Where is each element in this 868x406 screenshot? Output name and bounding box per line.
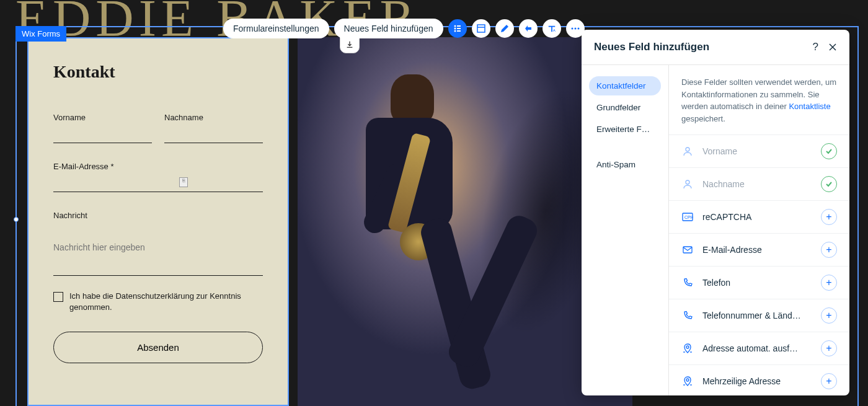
field-label: Telefonnummer & Länd… [702,311,812,320]
layout-icon[interactable] [472,19,490,38]
svg-rect-18 [683,247,692,253]
selection-handle[interactable] [14,217,19,222]
svg-point-4 [454,30,456,32]
category-anti-spam[interactable]: Anti-Spam [589,155,661,174]
animation-icon[interactable] [519,19,538,38]
firstname-input[interactable] [53,126,152,143]
lastname-input[interactable] [164,126,263,143]
pin-icon [681,375,694,387]
field-description: Diese Felder sollten verwendet werden, u… [669,65,849,135]
field-row[interactable]: Mehrzeilige Adresse+ [669,364,849,395]
add-field-button[interactable]: Neues Feld hinzufügen [334,19,443,38]
download-icon[interactable] [340,36,360,53]
svg-point-11 [577,28,579,30]
add-field-action[interactable]: + [821,209,837,225]
svg-rect-1 [457,25,461,27]
wix-forms-badge[interactable]: Wix Forms [16,26,66,42]
field-list: VornameNachnameCPHreCAPTCHA+E-Mail-Adres… [669,135,849,395]
category-list: Kontaktfelder Grundfelder Erweiterte Fel… [582,65,668,395]
field-row[interactable]: Telefonnummer & Länd…+ [669,299,849,332]
svg-point-2 [454,28,456,30]
add-field-action[interactable]: + [821,242,837,258]
field-row[interactable]: Nachname [669,167,849,200]
field-label: Vorname [702,146,812,156]
firstname-label: Vorname [53,113,152,122]
svg-text:A: A [552,28,556,32]
svg-text:CPH: CPH [684,215,693,219]
message-textarea[interactable] [53,239,263,276]
field-label: E-Mail-Adresse [702,245,812,255]
help-icon[interactable]: ? [813,41,818,53]
field-label: Nachname [702,179,812,189]
close-icon[interactable] [828,43,837,51]
field-row[interactable]: CPHreCAPTCHA+ [669,200,849,233]
category-advanced-fields[interactable]: Erweiterte Fel… [589,120,661,139]
field-row[interactable]: Adresse automat. ausf…+ [669,332,849,364]
check-icon [821,176,837,192]
field-label: reCAPTCHA [702,212,812,222]
svg-point-10 [574,28,576,30]
person-icon [681,145,694,157]
category-basic-fields[interactable]: Grundfelder [589,98,661,117]
editor-toolbar: Formulareinstellungen Neues Feld hinzufü… [223,19,585,38]
add-field-action[interactable]: + [821,373,837,389]
phone-icon [681,276,694,289]
check-icon [821,143,837,159]
svg-point-14 [686,148,689,151]
field-row[interactable]: E-Mail-Adresse+ [669,233,849,266]
field-row[interactable]: Vorname [669,135,849,167]
panel-title: Neues Feld hinzufügen [594,41,709,53]
privacy-label: Ich habe die Datenschutzerklärung zur Ke… [69,291,263,313]
svg-point-22 [686,379,689,381]
captcha-icon: CPH [681,211,694,223]
design-icon[interactable] [495,19,514,38]
field-label: Adresse automat. ausf… [702,343,812,353]
svg-rect-5 [457,30,461,32]
add-field-action[interactable]: + [821,307,837,324]
form-title: Kontakt [53,62,263,82]
svg-point-9 [571,28,573,30]
category-contact-fields[interactable]: Kontaktfelder [589,76,661,95]
submit-button[interactable]: Absenden [53,332,263,363]
add-field-panel: Neues Feld hinzufügen ? Kontaktfelder Gr… [582,30,849,395]
svg-point-19 [686,346,689,348]
contact-list-link[interactable]: Kontaktliste [789,102,830,111]
svg-rect-3 [457,28,461,29]
field-label: Telefon [702,278,812,288]
svg-rect-6 [477,25,485,32]
privacy-checkbox[interactable] [53,292,63,302]
svg-point-15 [686,180,689,184]
field-label: Mehrzeilige Adresse [702,376,812,386]
text-settings-icon[interactable]: A [542,19,561,38]
email-label: E-Mail-Adresse * [53,162,263,171]
contact-form[interactable]: Kontakt Vorname Nachname ⎘ E-Mail-Adress… [27,37,289,406]
field-row[interactable]: Telefon+ [669,266,849,299]
pin-icon [681,342,694,355]
more-icon[interactable] [566,19,585,38]
message-label: Nachricht [53,211,263,220]
svg-point-0 [454,25,456,27]
mail-icon [681,244,694,256]
email-input[interactable] [53,175,263,192]
lastname-label: Nachname [164,113,263,122]
contact-icon-marker: ⎘ [179,177,188,187]
person-icon [681,178,694,190]
add-field-action[interactable]: + [821,275,837,291]
form-settings-button[interactable]: Formulareinstellungen [223,19,329,38]
properties-icon[interactable] [448,19,467,38]
phone-icon [681,309,694,322]
add-field-action[interactable]: + [821,340,837,356]
